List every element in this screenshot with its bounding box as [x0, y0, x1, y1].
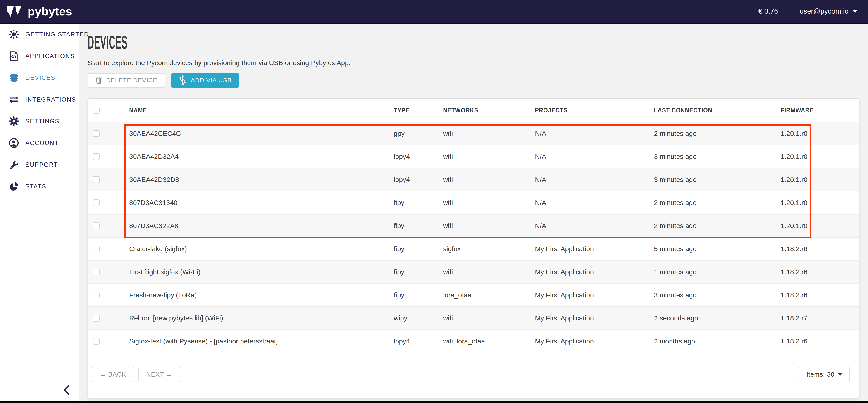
cell-firmware: 1.20.1.r0 — [781, 222, 859, 230]
sidebar-item-settings[interactable]: SETTINGS — [0, 111, 79, 132]
cell-name: Sigfox-test (with Pysense) - [pastoor pe… — [129, 337, 394, 345]
row-checkbox[interactable] — [93, 222, 99, 229]
cell-name: Crater-lake (sigfox) — [129, 245, 394, 253]
sidebar-item-stats[interactable]: STATS — [0, 176, 79, 197]
toolbar: DELETE DEVICE ADD VIA USB — [88, 73, 868, 88]
chevron-down-icon — [838, 373, 842, 376]
back-button-label: ← BACK — [99, 371, 126, 378]
sidebar-item-integrations[interactable]: INTEGRATIONS — [0, 89, 79, 111]
cell-last-connection: 2 months ago — [654, 337, 781, 345]
pybytes-logo[interactable]: pybytes — [7, 4, 72, 18]
table-row[interactable]: Reboot [new pybytes lib] (WiFi) wipy wif… — [88, 307, 859, 330]
sidebar-item-applications[interactable]: APPLICATIONS — [0, 45, 79, 67]
table-header: NAME TYPE NETWORKS PROJECTS LAST CONNECT… — [88, 99, 859, 122]
table-row[interactable]: Fresh-new-fipy (LoRa) fipy lora_otaa My … — [88, 284, 859, 307]
trash-icon — [95, 76, 102, 84]
sun-icon — [9, 29, 19, 40]
cell-networks: wifi — [443, 199, 535, 207]
table-row[interactable]: 30AEA42D32A4 lopy4 wifi N/A 3 minutes ag… — [88, 145, 859, 168]
back-button[interactable]: ← BACK — [92, 367, 134, 382]
row-checkbox[interactable] — [93, 130, 99, 137]
sidebar-item-getting-started[interactable]: GETTING STARTED — [0, 24, 79, 45]
cell-last-connection: 1 minutes ago — [654, 268, 781, 276]
table-row[interactable]: 30AEA42D32D8 lopy4 wifi N/A 3 minutes ag… — [88, 168, 859, 191]
sidebar-item-support[interactable]: SUPPORT — [0, 154, 79, 176]
row-checkbox[interactable] — [93, 199, 99, 206]
cell-projects: My First Application — [535, 337, 654, 345]
cell-name: 807D3AC322A8 — [129, 222, 394, 230]
brand-name: pybytes — [28, 4, 72, 18]
cell-name: 807D3AC31340 — [129, 199, 394, 207]
main-content: DEVICES Start to explore the Pycom devic… — [79, 24, 868, 401]
sidebar-item-label: SETTINGS — [25, 118, 60, 125]
add-via-usb-button[interactable]: ADD VIA USB — [171, 73, 239, 88]
cell-networks: lora_otaa — [443, 291, 535, 299]
sidebar-item-label: SUPPORT — [25, 161, 58, 168]
row-checkbox[interactable] — [93, 153, 99, 160]
row-checkbox[interactable] — [93, 176, 99, 183]
add-via-usb-label: ADD VIA USB — [191, 77, 232, 84]
select-all-checkbox[interactable] — [93, 107, 99, 114]
cell-last-connection: 3 minutes ago — [654, 291, 781, 299]
sidebar-item-label: DEVICES — [25, 74, 56, 82]
items-per-page-dropdown[interactable]: Items: 30 — [799, 367, 850, 382]
table-row[interactable]: First flight sigfox (Wi-Fi) fipy wifi My… — [88, 261, 859, 284]
row-checkbox[interactable] — [93, 338, 99, 345]
sidebar-item-devices[interactable]: DEVICES — [0, 67, 79, 89]
cell-firmware: 1.20.1.r0 — [781, 130, 859, 137]
cell-name: 30AEA42D32D8 — [129, 176, 394, 184]
usb-icon — [179, 75, 187, 86]
code-document-icon — [9, 51, 19, 61]
row-checkbox[interactable] — [93, 292, 99, 299]
row-checkbox[interactable] — [93, 315, 99, 321]
row-checkbox[interactable] — [93, 269, 99, 275]
cell-firmware: 1.20.1.r0 — [781, 153, 859, 160]
pycom-logo-icon — [7, 5, 23, 18]
cell-networks: wifi — [443, 176, 535, 184]
cell-projects: My First Application — [535, 314, 654, 322]
cell-firmware: 1.20.1.r0 — [781, 199, 859, 207]
table-row[interactable]: 807D3AC31340 fipy wifi N/A 2 minutes ago… — [88, 191, 859, 215]
wrench-icon — [9, 159, 19, 170]
topbar: pybytes € 0.76 user@pycom.io — [0, 0, 868, 24]
cell-last-connection: 2 minutes ago — [654, 130, 781, 137]
cell-networks: wifi — [443, 222, 535, 230]
cell-name: 30AEA42D32A4 — [129, 153, 394, 160]
column-header-firmware: FIRMWARE — [781, 106, 814, 114]
page-title: DEVICES — [88, 31, 454, 53]
account-balance: € 0.76 — [758, 7, 778, 16]
table-row[interactable]: 30AEA42CEC4C gpy wifi N/A 2 minutes ago … — [88, 122, 859, 145]
table-row[interactable]: Crater-lake (sigfox) fipy sigfox My Firs… — [88, 238, 859, 261]
swap-arrows-icon — [9, 94, 19, 105]
sidebar-item-label: APPLICATIONS — [25, 53, 75, 60]
sidebar-collapse-chevron-icon[interactable] — [63, 385, 69, 395]
cell-firmware: 1.18.2.r7 — [781, 314, 859, 322]
next-button[interactable]: NEXT → — [138, 367, 180, 382]
cell-type: fipy — [394, 222, 443, 230]
column-header-type: TYPE — [394, 106, 409, 114]
table-row[interactable]: Sigfox-test (with Pysense) - [pastoor pe… — [88, 330, 859, 353]
topbar-right: € 0.76 user@pycom.io — [758, 7, 858, 16]
items-per-page-label: Items: 30 — [806, 371, 835, 378]
sidebar-item-account[interactable]: ACCOUNT — [0, 132, 79, 154]
user-menu[interactable]: user@pycom.io — [800, 7, 858, 16]
cell-type: gpy — [394, 130, 443, 137]
sidebar: GETTING STARTED APPLICATIONS DEVICES — [0, 24, 79, 401]
sidebar-item-label: STATS — [25, 183, 46, 190]
cell-networks: wifi — [443, 130, 535, 137]
cell-firmware: 1.18.2.r6 — [781, 245, 859, 253]
cell-projects: My First Application — [535, 245, 654, 253]
delete-device-button[interactable]: DELETE DEVICE — [88, 73, 165, 88]
cell-firmware: 1.18.2.r6 — [781, 337, 859, 345]
cell-projects: N/A — [535, 153, 654, 160]
cell-firmware: 1.18.2.r6 — [781, 291, 859, 299]
delete-device-label: DELETE DEVICE — [106, 77, 157, 84]
cell-last-connection: 3 minutes ago — [654, 176, 781, 184]
cell-type: lopy4 — [394, 176, 443, 184]
cell-name: Fresh-new-fipy (LoRa) — [129, 291, 394, 299]
cell-type: wipy — [394, 314, 443, 322]
table-row[interactable]: 807D3AC322A8 fipy wifi N/A 2 minutes ago… — [88, 215, 859, 238]
row-checkbox[interactable] — [93, 246, 99, 252]
cell-projects: N/A — [535, 222, 654, 230]
cell-firmware: 1.20.1.r0 — [781, 176, 859, 184]
